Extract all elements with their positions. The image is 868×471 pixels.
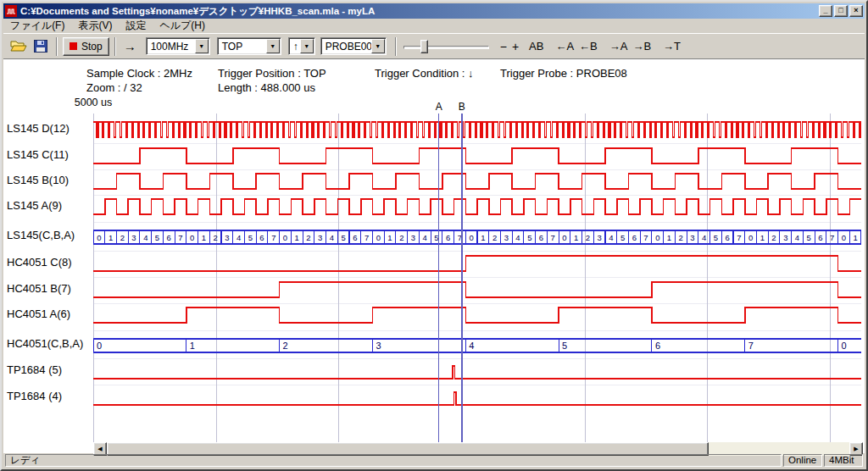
svg-text:1: 1 bbox=[574, 233, 578, 242]
stop-button[interactable]: Stop bbox=[63, 37, 109, 56]
menu-help[interactable]: ヘルプ(H) bbox=[153, 18, 212, 34]
save-button[interactable] bbox=[31, 37, 51, 56]
svg-text:0: 0 bbox=[376, 233, 381, 242]
svg-text:2: 2 bbox=[213, 233, 217, 242]
svg-text:6: 6 bbox=[725, 233, 729, 242]
svg-text:2: 2 bbox=[120, 233, 125, 242]
chevron-down-icon[interactable]: ▼ bbox=[266, 39, 280, 53]
trigger-edge-select[interactable]: ↑ ▼ bbox=[288, 37, 315, 55]
menubar: ファイル(F) 表示(V) 設定 ヘルプ(H) bbox=[3, 19, 865, 33]
svg-text:3: 3 bbox=[376, 341, 381, 351]
svg-text:0: 0 bbox=[97, 341, 102, 351]
menu-view[interactable]: 表示(V) bbox=[71, 18, 119, 34]
minimize-icon: _ bbox=[823, 6, 827, 14]
zoom-in-button[interactable]: + bbox=[509, 38, 521, 55]
channel-label: LS145 C(11) bbox=[7, 148, 92, 162]
svg-text:6: 6 bbox=[632, 233, 637, 242]
waveform-plot[interactable]: 0123456701234567012345670123456701234567… bbox=[93, 114, 861, 442]
svg-text:6: 6 bbox=[539, 233, 543, 242]
svg-text:2: 2 bbox=[586, 233, 590, 242]
trigger-position-info: Trigger Position : TOP bbox=[218, 67, 326, 80]
app-window: C:¥Documents and Settings¥noname¥デスクトップ¥… bbox=[0, 0, 868, 471]
length-info: Length : 488.000 us bbox=[218, 81, 315, 94]
goto-b-back-button[interactable]: ←B bbox=[576, 38, 600, 54]
svg-text:5: 5 bbox=[527, 233, 531, 242]
ab-markers-button[interactable]: AB bbox=[526, 38, 546, 54]
svg-text:1: 1 bbox=[190, 341, 195, 351]
svg-text:0: 0 bbox=[469, 233, 473, 242]
zoom-out-button[interactable]: − bbox=[498, 38, 509, 55]
goto-trigger-button[interactable]: →T bbox=[660, 38, 683, 54]
zoom-info: Zoom : / 32 bbox=[86, 81, 142, 94]
probe-select[interactable]: PROBE00 ▼ bbox=[320, 37, 387, 55]
slider-thumb[interactable] bbox=[420, 40, 428, 53]
channel-label: HC4051 A(6) bbox=[7, 308, 92, 321]
close-button[interactable]: × bbox=[849, 5, 863, 17]
svg-text:4: 4 bbox=[143, 233, 147, 242]
svg-text:6: 6 bbox=[655, 341, 660, 351]
svg-text:0: 0 bbox=[842, 233, 846, 242]
svg-text:5: 5 bbox=[807, 233, 811, 242]
svg-text:6: 6 bbox=[353, 233, 357, 242]
svg-text:7: 7 bbox=[178, 233, 182, 242]
svg-text:2: 2 bbox=[771, 233, 776, 242]
svg-text:1: 1 bbox=[108, 233, 113, 242]
svg-text:0: 0 bbox=[97, 233, 101, 242]
marker-a-label[interactable]: A bbox=[436, 101, 442, 113]
svg-text:7: 7 bbox=[643, 233, 648, 242]
maximize-icon: □ bbox=[838, 6, 843, 14]
svg-text:2: 2 bbox=[306, 233, 310, 242]
svg-text:1: 1 bbox=[387, 233, 392, 242]
minimize-button[interactable]: _ bbox=[819, 5, 832, 17]
svg-text:0: 0 bbox=[748, 233, 753, 242]
chevron-down-icon[interactable]: ▼ bbox=[300, 39, 314, 53]
sample-clock-select[interactable]: 100MHz ▼ bbox=[146, 37, 210, 55]
svg-text:3: 3 bbox=[783, 233, 787, 242]
goto-a-forward-button[interactable]: →A bbox=[607, 38, 631, 54]
toolbar-separator bbox=[395, 37, 397, 56]
channel-label: HC4051(C,B,A) bbox=[7, 337, 92, 351]
svg-text:5: 5 bbox=[434, 233, 438, 242]
channel-label: HC4051 B(7) bbox=[7, 282, 92, 296]
svg-text:4: 4 bbox=[236, 233, 241, 242]
app-icon bbox=[5, 5, 17, 17]
svg-text:4: 4 bbox=[330, 233, 334, 242]
svg-text:5: 5 bbox=[155, 233, 159, 242]
toolbar: Stop → 100MHz ▼ TOP ▼ ↑ ▼ PROBE00 ▼ − + … bbox=[3, 33, 865, 58]
channel-label: TP1684 (5) bbox=[7, 363, 92, 377]
svg-text:2: 2 bbox=[399, 233, 403, 242]
svg-text:3: 3 bbox=[411, 233, 415, 242]
chevron-down-icon[interactable]: ▼ bbox=[195, 39, 209, 53]
window-controls: _ □ × bbox=[819, 5, 863, 17]
chevron-down-icon[interactable]: ▼ bbox=[371, 39, 385, 53]
svg-text:4: 4 bbox=[469, 341, 474, 351]
svg-text:7: 7 bbox=[830, 233, 834, 242]
trigger-position-select[interactable]: TOP ▼ bbox=[217, 37, 281, 55]
open-button[interactable] bbox=[8, 37, 29, 56]
window-title: C:¥Documents and Settings¥noname¥デスクトップ¥… bbox=[20, 5, 819, 18]
trigger-edge-value: ↑ bbox=[293, 41, 298, 53]
titlebar[interactable]: C:¥Documents and Settings¥noname¥デスクトップ¥… bbox=[3, 3, 865, 19]
svg-text:7: 7 bbox=[458, 233, 462, 242]
zoom-slider[interactable] bbox=[402, 37, 491, 56]
marker-b-label[interactable]: B bbox=[459, 101, 465, 113]
goto-a-back-button[interactable]: ←A bbox=[553, 38, 576, 54]
goto-b-forward-button[interactable]: →B bbox=[630, 38, 654, 54]
channel-label: LS145 B(10) bbox=[7, 174, 92, 187]
svg-text:1: 1 bbox=[667, 233, 671, 242]
close-icon: × bbox=[854, 6, 858, 14]
menu-settings[interactable]: 設定 bbox=[119, 18, 153, 34]
run-button[interactable]: → bbox=[121, 37, 139, 55]
svg-text:4: 4 bbox=[423, 233, 427, 242]
slider-track bbox=[403, 46, 489, 49]
probe-value: PROBE00 bbox=[326, 41, 372, 53]
maximize-button[interactable]: □ bbox=[834, 5, 848, 17]
svg-text:5: 5 bbox=[714, 233, 718, 242]
svg-text:5: 5 bbox=[341, 233, 345, 242]
svg-text:4: 4 bbox=[795, 233, 799, 242]
svg-text:3: 3 bbox=[131, 233, 136, 242]
menu-file[interactable]: ファイル(F) bbox=[3, 18, 71, 34]
status-memory: 4MBit bbox=[824, 454, 863, 467]
channel-label: LS145(C,B,A) bbox=[7, 229, 92, 242]
open-folder-icon bbox=[10, 40, 27, 53]
